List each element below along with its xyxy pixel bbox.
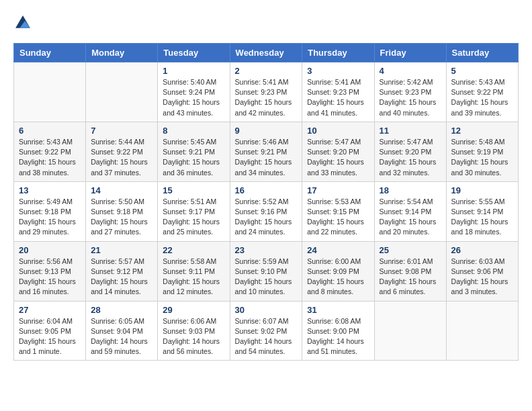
day-number: 8 [163, 126, 224, 136]
calendar-cell: 30Sunrise: 6:07 AMSunset: 9:02 PMDayligh… [230, 301, 302, 361]
cell-sun-info: Sunrise: 5:58 AMSunset: 9:11 PMDaylight:… [163, 257, 224, 298]
calendar-cell [374, 301, 446, 361]
cell-sun-info: Sunrise: 5:52 AMSunset: 9:16 PMDaylight:… [235, 197, 298, 238]
day-number: 29 [163, 305, 224, 315]
cell-sun-info: Sunrise: 5:50 AMSunset: 9:18 PMDaylight:… [91, 197, 152, 238]
day-number: 4 [380, 66, 441, 76]
calendar-cell [14, 62, 86, 122]
cell-sun-info: Sunrise: 5:47 AMSunset: 9:20 PMDaylight:… [380, 137, 441, 178]
cell-sun-info: Sunrise: 5:46 AMSunset: 9:21 PMDaylight:… [235, 137, 298, 178]
cell-sun-info: Sunrise: 5:43 AMSunset: 9:22 PMDaylight:… [451, 77, 513, 118]
day-number: 12 [451, 126, 513, 136]
calendar-cell: 21Sunrise: 5:57 AMSunset: 9:12 PMDayligh… [86, 241, 158, 301]
calendar-cell: 14Sunrise: 5:50 AMSunset: 9:18 PMDayligh… [86, 181, 158, 241]
calendar-cell: 9Sunrise: 5:46 AMSunset: 9:21 PMDaylight… [230, 122, 302, 181]
day-number: 28 [91, 305, 152, 315]
calendar-cell: 8Sunrise: 5:45 AMSunset: 9:21 PMDaylight… [158, 122, 230, 181]
weekday-header: Sunday [14, 44, 86, 62]
calendar-cell: 12Sunrise: 5:48 AMSunset: 9:19 PMDayligh… [446, 122, 518, 181]
weekday-header: Friday [374, 44, 446, 62]
calendar-cell: 13Sunrise: 5:49 AMSunset: 9:18 PMDayligh… [14, 181, 86, 241]
cell-sun-info: Sunrise: 6:07 AMSunset: 9:02 PMDaylight:… [235, 316, 298, 357]
calendar-week-row: 13Sunrise: 5:49 AMSunset: 9:18 PMDayligh… [14, 181, 519, 241]
calendar-cell: 29Sunrise: 6:06 AMSunset: 9:03 PMDayligh… [158, 301, 230, 361]
day-number: 7 [91, 126, 152, 136]
day-number: 15 [163, 185, 224, 195]
day-number: 20 [19, 245, 81, 255]
cell-sun-info: Sunrise: 6:03 AMSunset: 9:06 PMDaylight:… [451, 257, 513, 298]
calendar-cell: 19Sunrise: 5:55 AMSunset: 9:14 PMDayligh… [446, 181, 518, 241]
cell-sun-info: Sunrise: 5:48 AMSunset: 9:19 PMDaylight:… [451, 137, 513, 178]
cell-sun-info: Sunrise: 5:55 AMSunset: 9:14 PMDaylight:… [451, 197, 513, 238]
calendar-cell: 1Sunrise: 5:40 AMSunset: 9:24 PMDaylight… [158, 62, 230, 122]
calendar-cell: 26Sunrise: 6:03 AMSunset: 9:06 PMDayligh… [446, 241, 518, 301]
day-number: 31 [307, 305, 369, 315]
calendar-cell: 15Sunrise: 5:51 AMSunset: 9:17 PMDayligh… [158, 181, 230, 241]
calendar-cell: 22Sunrise: 5:58 AMSunset: 9:11 PMDayligh… [158, 241, 230, 301]
cell-sun-info: Sunrise: 5:51 AMSunset: 9:17 PMDaylight:… [163, 197, 224, 238]
calendar-cell: 11Sunrise: 5:47 AMSunset: 9:20 PMDayligh… [374, 122, 446, 181]
cell-sun-info: Sunrise: 5:42 AMSunset: 9:23 PMDaylight:… [380, 77, 441, 118]
day-number: 21 [91, 245, 152, 255]
calendar-cell: 7Sunrise: 5:44 AMSunset: 9:22 PMDaylight… [86, 122, 158, 181]
day-number: 19 [451, 185, 513, 195]
weekday-header: Thursday [302, 44, 374, 62]
cell-sun-info: Sunrise: 6:00 AMSunset: 9:09 PMDaylight:… [307, 257, 369, 298]
cell-sun-info: Sunrise: 5:41 AMSunset: 9:23 PMDaylight:… [307, 77, 369, 118]
day-number: 27 [19, 305, 81, 315]
day-number: 11 [380, 126, 441, 136]
day-number: 17 [307, 185, 369, 195]
cell-sun-info: Sunrise: 5:40 AMSunset: 9:24 PMDaylight:… [163, 77, 224, 118]
cell-sun-info: Sunrise: 5:57 AMSunset: 9:12 PMDaylight:… [91, 257, 152, 298]
weekday-header: Monday [86, 44, 158, 62]
cell-sun-info: Sunrise: 6:05 AMSunset: 9:04 PMDaylight:… [91, 316, 152, 357]
calendar-cell: 4Sunrise: 5:42 AMSunset: 9:23 PMDaylight… [374, 62, 446, 122]
calendar-cell: 25Sunrise: 6:01 AMSunset: 9:08 PMDayligh… [374, 241, 446, 301]
cell-sun-info: Sunrise: 5:53 AMSunset: 9:15 PMDaylight:… [307, 197, 369, 238]
page-header [13, 13, 519, 32]
calendar-cell: 28Sunrise: 6:05 AMSunset: 9:04 PMDayligh… [86, 301, 158, 361]
cell-sun-info: Sunrise: 5:47 AMSunset: 9:20 PMDaylight:… [307, 137, 369, 178]
calendar-cell: 5Sunrise: 5:43 AMSunset: 9:22 PMDaylight… [446, 62, 518, 122]
day-number: 18 [380, 185, 441, 195]
cell-sun-info: Sunrise: 6:06 AMSunset: 9:03 PMDaylight:… [163, 316, 224, 357]
calendar-cell: 10Sunrise: 5:47 AMSunset: 9:20 PMDayligh… [302, 122, 374, 181]
cell-sun-info: Sunrise: 5:45 AMSunset: 9:21 PMDaylight:… [163, 137, 224, 178]
day-number: 5 [451, 66, 513, 76]
day-number: 14 [91, 185, 152, 195]
calendar-week-row: 27Sunrise: 6:04 AMSunset: 9:05 PMDayligh… [14, 301, 519, 361]
day-number: 1 [163, 66, 224, 76]
day-number: 22 [163, 245, 224, 255]
calendar-cell [86, 62, 158, 122]
calendar-cell: 23Sunrise: 5:59 AMSunset: 9:10 PMDayligh… [230, 241, 302, 301]
weekday-header: Saturday [446, 44, 518, 62]
day-number: 2 [235, 66, 298, 76]
calendar-cell: 31Sunrise: 6:08 AMSunset: 9:00 PMDayligh… [302, 301, 374, 361]
cell-sun-info: Sunrise: 5:56 AMSunset: 9:13 PMDaylight:… [19, 257, 81, 298]
weekday-header: Tuesday [158, 44, 230, 62]
calendar-cell [446, 301, 518, 361]
cell-sun-info: Sunrise: 5:49 AMSunset: 9:18 PMDaylight:… [19, 197, 81, 238]
cell-sun-info: Sunrise: 6:01 AMSunset: 9:08 PMDaylight:… [380, 257, 441, 298]
calendar-week-row: 20Sunrise: 5:56 AMSunset: 9:13 PMDayligh… [14, 241, 519, 301]
cell-sun-info: Sunrise: 5:43 AMSunset: 9:22 PMDaylight:… [19, 137, 81, 178]
calendar-week-row: 6Sunrise: 5:43 AMSunset: 9:22 PMDaylight… [14, 122, 519, 181]
cell-sun-info: Sunrise: 5:54 AMSunset: 9:14 PMDaylight:… [380, 197, 441, 238]
day-number: 23 [235, 245, 298, 255]
cell-sun-info: Sunrise: 6:04 AMSunset: 9:05 PMDaylight:… [19, 316, 81, 357]
calendar-week-row: 1Sunrise: 5:40 AMSunset: 9:24 PMDaylight… [14, 62, 519, 122]
calendar-cell: 16Sunrise: 5:52 AMSunset: 9:16 PMDayligh… [230, 181, 302, 241]
cell-sun-info: Sunrise: 5:59 AMSunset: 9:10 PMDaylight:… [235, 257, 298, 298]
day-number: 26 [451, 245, 513, 255]
weekday-header: Wednesday [230, 44, 302, 62]
day-number: 16 [235, 185, 298, 195]
logo-icon [13, 13, 32, 32]
calendar-cell: 27Sunrise: 6:04 AMSunset: 9:05 PMDayligh… [14, 301, 86, 361]
calendar-cell: 24Sunrise: 6:00 AMSunset: 9:09 PMDayligh… [302, 241, 374, 301]
calendar-cell: 3Sunrise: 5:41 AMSunset: 9:23 PMDaylight… [302, 62, 374, 122]
day-number: 10 [307, 126, 369, 136]
calendar-table: SundayMondayTuesdayWednesdayThursdayFrid… [13, 43, 519, 361]
day-number: 25 [380, 245, 441, 255]
day-number: 6 [19, 126, 81, 136]
cell-sun-info: Sunrise: 5:44 AMSunset: 9:22 PMDaylight:… [91, 137, 152, 178]
